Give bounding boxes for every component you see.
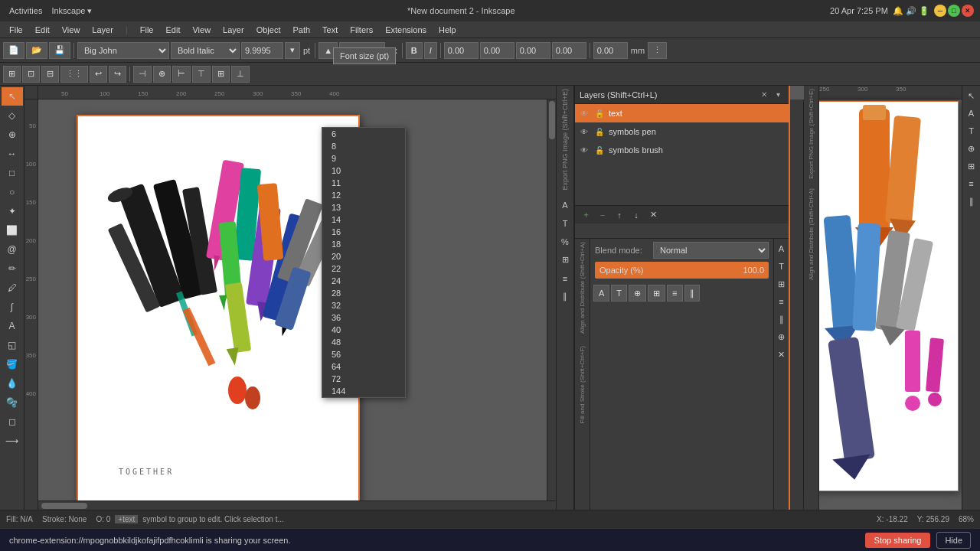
layer-vis-icon[interactable]: 👁	[578, 107, 590, 119]
fs-22[interactable]: 22	[322, 262, 405, 275]
r-btn7[interactable]: ✕	[773, 346, 789, 363]
snap-btn6[interactable]: ↪	[109, 66, 126, 83]
menu-text[interactable]: Text	[316, 24, 344, 36]
canvas-area[interactable]: 50 100 150 200 250 300 350 400 50 100 15…	[24, 86, 556, 510]
fs-8[interactable]: 8	[322, 140, 405, 152]
measure-tool[interactable]: ↔	[2, 145, 23, 163]
layer-item-symbols-brush[interactable]: 👁 🔓 symbols brush	[575, 141, 789, 159]
fs-40[interactable]: 40	[322, 324, 405, 336]
gradient-tool[interactable]: ◱	[2, 336, 23, 354]
x-input[interactable]	[444, 42, 479, 59]
ct-btn4[interactable]: ⊞	[557, 252, 573, 269]
zoom-option-btn[interactable]: ⊕	[629, 285, 646, 302]
re-btn7[interactable]: ∥	[963, 193, 980, 210]
menu-filters[interactable]: Filters	[344, 24, 379, 36]
menu-path[interactable]: Path	[286, 24, 316, 36]
minimize-button[interactable]: ─	[934, 5, 946, 17]
v-scrollbar[interactable]	[547, 99, 556, 500]
object-type[interactable]: +text	[115, 515, 138, 523]
fs-28[interactable]: 28	[322, 287, 405, 299]
pencil-tool[interactable]: ✏	[2, 259, 23, 278]
connector-tool[interactable]: ⟶	[2, 432, 23, 450]
fill-tool[interactable]: 🪣	[2, 355, 23, 373]
italic-btn[interactable]: I	[424, 42, 437, 59]
fs-24[interactable]: 24	[322, 275, 405, 287]
pen-tool[interactable]: 🖊	[2, 279, 23, 297]
fs-20[interactable]: 20	[322, 250, 405, 262]
r-btn5[interactable]: ∥	[773, 311, 789, 328]
align-m[interactable]: ⊞	[212, 66, 230, 83]
fs-64[interactable]: 64	[322, 360, 405, 373]
snap-btn1[interactable]: ⊞	[3, 66, 21, 83]
layers-menu-btn[interactable]: ▾	[772, 89, 784, 101]
layer-vis-icon-2[interactable]: 👁	[578, 126, 590, 138]
spray-tool[interactable]: 🫧	[2, 393, 23, 412]
zoom-tool[interactable]: ⊕	[2, 126, 23, 144]
align-t[interactable]: ⊤	[192, 66, 211, 83]
ct-btn3[interactable]: %	[557, 233, 573, 250]
r-btn3[interactable]: ⊞	[773, 276, 789, 292]
open-btn[interactable]: 📂	[26, 42, 47, 59]
new-btn[interactable]: 📄	[3, 42, 24, 59]
grid-btn[interactable]: ⊞	[648, 285, 665, 302]
re-btn2[interactable]: A	[963, 105, 980, 122]
text-tool[interactable]: A	[2, 317, 23, 335]
fs-18[interactable]: 18	[322, 238, 405, 250]
spiral-tool[interactable]: @	[2, 240, 23, 259]
node-tool[interactable]: ◇	[2, 106, 23, 125]
w-input[interactable]	[516, 42, 550, 59]
align-b[interactable]: ⊥	[231, 66, 250, 83]
fs-56[interactable]: 56	[322, 348, 405, 360]
re-btn4[interactable]: ⊕	[963, 140, 980, 157]
fs-13[interactable]: 13	[322, 201, 405, 214]
menu-layer1[interactable]: Layer	[86, 24, 119, 36]
layer-lock-icon-2[interactable]: 🔓	[593, 126, 606, 138]
font-size-dropdown-btn[interactable]: ▾	[285, 42, 300, 59]
snap-btn3[interactable]: ⊟	[41, 66, 59, 83]
maximize-button[interactable]: □	[948, 5, 960, 17]
menu-file2[interactable]: File	[134, 24, 160, 36]
fs-48[interactable]: 48	[322, 336, 405, 348]
save-btn[interactable]: 💾	[49, 42, 70, 59]
fs-11[interactable]: 11	[322, 177, 405, 189]
close-button[interactable]: ✕	[962, 5, 974, 17]
calligraphy-tool[interactable]: ∫	[2, 298, 23, 316]
menu-layer2[interactable]: Layer	[217, 24, 250, 36]
font-style-select[interactable]: Bold Italic	[171, 42, 240, 59]
bold-btn[interactable]: B	[406, 42, 423, 59]
more-btn[interactable]: ⋮	[648, 42, 667, 59]
layer-item-symbols-pen[interactable]: 👁 🔓 symbols pen	[575, 122, 789, 141]
snap-btn4[interactable]: ⋮⋮	[60, 66, 88, 83]
fs-6[interactable]: 6	[322, 128, 405, 140]
h-scrollbar-thumb[interactable]	[41, 503, 87, 509]
ct-btn5[interactable]: ≡	[557, 270, 573, 287]
list-btn[interactable]: ≡	[667, 285, 682, 302]
h-scrollbar[interactable]	[38, 500, 556, 510]
re-btn6[interactable]: ≡	[963, 175, 980, 192]
menu-edit1[interactable]: Edit	[29, 24, 56, 36]
stroke-color-btn[interactable]: T	[611, 285, 627, 302]
extra-input[interactable]	[593, 42, 628, 59]
increase-btn[interactable]: ▲	[318, 42, 338, 59]
fs-10[interactable]: 10	[322, 165, 405, 177]
layer-vis-icon-3[interactable]: 👁	[578, 144, 590, 156]
menu-file1[interactable]: File	[3, 24, 29, 36]
opacity-bar[interactable]: Opacity (%) 100.0	[595, 262, 769, 279]
select-tool[interactable]: ↖	[2, 87, 23, 106]
add-layer-btn[interactable]: ＋	[578, 208, 593, 222]
re-btn1[interactable]: ↖	[963, 87, 980, 104]
3d-box-tool[interactable]: ⬜	[2, 221, 23, 240]
layer-lock-icon[interactable]: 🔓	[593, 107, 606, 119]
font-family-select[interactable]: Big John	[77, 42, 169, 59]
layers-close-btn[interactable]: ✕	[758, 89, 770, 101]
layer-up-btn[interactable]: ↑	[612, 208, 627, 222]
menu-view1[interactable]: View	[56, 24, 87, 36]
r-btn1[interactable]: A	[773, 240, 789, 257]
snap-btn5[interactable]: ↩	[90, 66, 107, 83]
menu-help[interactable]: Help	[433, 24, 462, 36]
layer-settings-btn[interactable]: ✕	[645, 208, 661, 222]
snap-btn2[interactable]: ⊡	[22, 66, 40, 83]
hide-button[interactable]: Hide	[936, 532, 971, 549]
fs-144[interactable]: 144	[322, 385, 405, 397]
remove-layer-btn[interactable]: −	[595, 208, 610, 222]
